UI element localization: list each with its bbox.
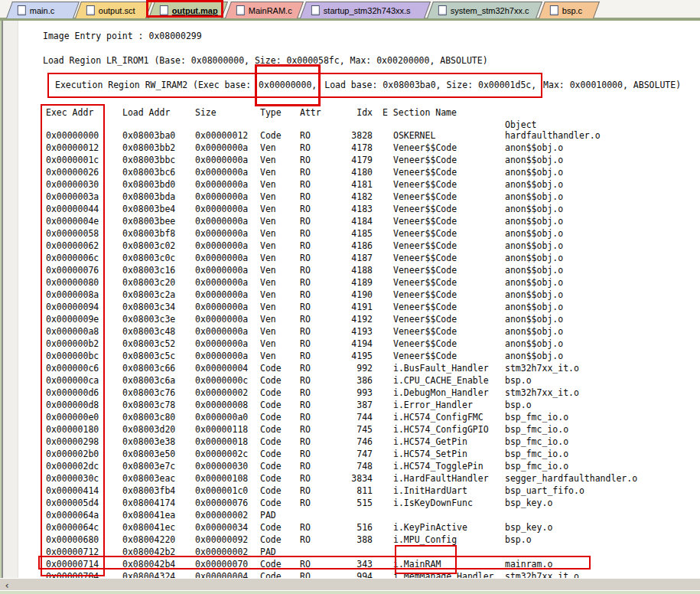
cell-attr: RO (300, 448, 334, 460)
cell-load: 0x08003e38 (122, 436, 195, 448)
table-row: 0x0000008a0x08003c2a0x0000000aVenRO4190V… (0, 289, 700, 301)
table-row: 0x000002dc0x08003e7c0x00000030CodeRO748i… (0, 460, 700, 472)
cell-attr: RO (300, 301, 334, 313)
cell-section: Veneer$$Code (393, 227, 505, 240)
cell-exec: 0x000002dc (46, 460, 122, 472)
table-row: 0x000000d80x08003c780x00000008CodeRO387i… (0, 399, 700, 411)
cell-object: bsp_fmc_io.o (505, 448, 700, 460)
cell-size: 0x00000108 (195, 472, 260, 485)
cell-size: 0x0000002c (195, 448, 260, 460)
cell-load: 0x08003bc6 (122, 166, 195, 178)
cell-attr: RO (300, 350, 334, 362)
cell-object: anon$$obj.o (505, 325, 700, 338)
cell-exec: 0x0000006c (46, 252, 122, 264)
cell-size: 0x00000012 (195, 129, 260, 142)
cell-size: 0x0000000a (195, 166, 260, 178)
cell-object: anon$$obj.o (505, 313, 700, 325)
table-row: 0x000000a80x08003c480x0000000aVenRO4193V… (0, 325, 700, 338)
cell-load: 0x08003bee (122, 215, 195, 227)
cell-attr: RO (300, 227, 334, 240)
table-row: 0x0000064a0x080041ea0x00000002PAD (0, 509, 700, 521)
cell-attr: RO (300, 325, 334, 338)
cell-attr: RO (300, 313, 334, 325)
cell-size: 0x00000076 (195, 497, 260, 509)
cell-type: Code (260, 411, 300, 423)
cell-load: 0x08003ba0 (122, 129, 195, 142)
cell-section: i.CPU_CACHE_Enable (393, 374, 505, 387)
header-type: Type (260, 106, 300, 119)
cell-idx: 4184 (334, 215, 373, 227)
cell-size: 0x00000002 (195, 546, 260, 558)
cell-type: PAD (260, 546, 300, 558)
table-row: 0x000000580x08003bf80x0000000aVenRO4185V… (0, 227, 700, 240)
cell-object: bsp.o (505, 399, 700, 411)
horizontal-scrollbar[interactable]: ‹ (0, 578, 700, 591)
cell-type: Ven (260, 350, 300, 362)
cell-load: 0x080042b4 (122, 558, 195, 570)
cell-type: Ven (260, 252, 300, 264)
cell-type: Code (260, 362, 300, 374)
cell-section: i.MainRAM (393, 558, 505, 570)
cell-size: 0x0000000a (195, 325, 260, 338)
cell-idx: 4193 (334, 325, 373, 338)
cell-load: 0x08003c0c (122, 252, 195, 264)
cell-size: 0x0000000a (195, 252, 260, 264)
cell-type: Ven (260, 325, 300, 338)
cell-section: i.HC574_ConfigFMC (393, 411, 505, 423)
cell-attr: RO (300, 387, 334, 399)
scrollbar-track[interactable] (14, 579, 700, 591)
cell-exec: 0x0000064c (46, 521, 122, 534)
cell-size: 0x0000000a (195, 215, 260, 227)
table-row: 0x0000003a0x08003bda0x0000000aVenRO4182V… (0, 191, 700, 203)
header-load-addr: Load Addr (122, 106, 195, 119)
cell-object: anon$$obj.o (505, 338, 700, 350)
cell-type: Ven (260, 215, 300, 227)
cell-type: Ven (260, 166, 300, 178)
table-row: 0x0000030c0x08003eac0x00000108CodeRO3834… (0, 472, 700, 485)
cell-load: 0x08003be4 (122, 203, 195, 215)
cell-idx: 4185 (334, 227, 373, 240)
cell-idx: 4180 (334, 166, 373, 178)
cell-idx: 4187 (334, 252, 373, 264)
cell-attr: RO (300, 521, 334, 534)
cell-attr: RO (300, 276, 334, 289)
cell-idx: 748 (334, 460, 373, 472)
cell-object: stm32h7xx_it.o (505, 362, 700, 374)
cell-exec: 0x00000058 (46, 227, 122, 240)
table-row: 0x000000000x08003ba00x00000012CodeRO3828… (0, 129, 700, 142)
cell-idx: 746 (334, 436, 373, 448)
cell-object: anon$$obj.o (505, 240, 700, 252)
table-row: 0x0000009e0x08003c3e0x0000000aVenRO4192V… (0, 313, 700, 325)
exec-region-prefix: Execution Region RW_IRAM2 (Exec base: (55, 80, 256, 90)
table-row: 0x000001800x08003d200x00000118CodeRO745i… (0, 423, 700, 436)
cell-object: segger_hardfaulthandler.o (505, 472, 700, 485)
cell-load: 0x08003c80 (122, 411, 195, 423)
cell-exec: 0x00000000 (46, 129, 122, 142)
cell-attr: RO (300, 472, 334, 485)
scroll-left-arrow-icon[interactable]: ‹ (0, 579, 14, 591)
cell-section: Veneer$$Code (393, 203, 505, 215)
cell-type: Code (260, 436, 300, 448)
cell-section: OSKERNEL (393, 129, 505, 142)
cell-size: 0x0000000a (195, 313, 260, 325)
cell-object: bsp_fmc_io.o (505, 411, 700, 423)
table-row: 0x000000440x08003be40x0000000aVenRO4183V… (0, 203, 700, 215)
cell-size: 0x00000070 (195, 558, 260, 570)
cell-size: 0x00000004 (195, 362, 260, 374)
table-row: 0x000005d40x080041740x00000076CodeRO515i… (0, 497, 700, 509)
cell-section: Veneer$$Code (393, 350, 505, 362)
table-row: 0x000007140x080042b40x00000070CodeRO343i… (0, 558, 700, 570)
cell-exec: 0x0000001c (46, 154, 122, 166)
table-row: 0x000007120x080042b20x00000002PAD (0, 546, 700, 558)
cell-idx: 388 (334, 534, 373, 546)
cell-idx: 4182 (334, 191, 373, 203)
cell-exec: 0x0000003a (46, 191, 122, 203)
cell-idx: 745 (334, 423, 373, 436)
table-row: 0x000000d60x08003c760x00000002CodeRO993i… (0, 387, 700, 399)
cell-attr: RO (300, 411, 334, 423)
cell-idx: 993 (334, 387, 373, 399)
cell-type: Ven (260, 154, 300, 166)
cell-exec: 0x000000b2 (46, 338, 122, 350)
cell-size: 0x0000000a (195, 142, 260, 154)
cell-size: 0x0000000a (195, 289, 260, 301)
